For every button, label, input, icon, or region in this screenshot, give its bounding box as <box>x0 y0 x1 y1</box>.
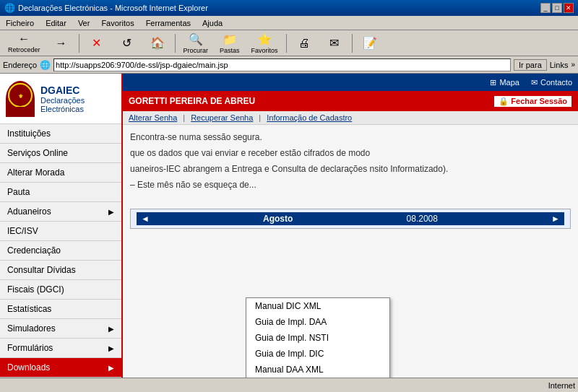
nav-item-pauta[interactable]: Pauta <box>0 183 121 202</box>
main-container: ⚜ DGAIEC Declarações Electrónicas Instit… <box>0 74 578 378</box>
go-button[interactable]: Ir para <box>514 59 547 71</box>
dropdown-item-manual-daa-xml[interactable]: Manual DAA XML <box>246 362 389 378</box>
title-bar-controls[interactable]: _ □ ✕ <box>540 3 574 13</box>
sub-nav-sep-1: | <box>183 113 185 122</box>
content-area: ⊞ Mapa ✉ Contacto GORETTI PEREIRA DE ABR… <box>123 74 578 378</box>
nav-item-simuladores[interactable]: Simuladores ▶ <box>0 319 121 339</box>
menu-ajuda[interactable]: Ajuda <box>197 17 228 29</box>
menu-ficheiro[interactable]: Ficheiro <box>0 17 40 29</box>
edit-button[interactable]: 📝 <box>355 32 384 55</box>
search-button[interactable]: 🔍 Procurar <box>178 32 214 55</box>
content-topbar: ⊞ Mapa ✉ Contacto <box>123 74 578 91</box>
logo-text: DGAIEC Declarações Electrónicas <box>40 84 85 113</box>
nav-item-instituicoes[interactable]: Instituições <box>0 124 121 144</box>
formularios-arrow-icon: ▶ <box>108 344 114 352</box>
address-bar: Endereço 🌐 Ir para Links » <box>0 56 578 74</box>
menu-ferramentas[interactable]: Ferramentas <box>140 17 197 29</box>
print-icon: 🖨 <box>298 37 310 50</box>
toolbar-sep-3 <box>286 34 287 53</box>
edit-icon: 📝 <box>363 36 377 50</box>
ssl-text: que os dados que vai enviar e receber es… <box>130 148 571 158</box>
menu-bar: Ficheiro Editar Ver Favoritos Ferramenta… <box>0 16 578 30</box>
dropdown-item-guia-impl-daa[interactable]: Guia de Impl. DAA <box>246 314 389 330</box>
menu-editar[interactable]: Editar <box>40 17 72 29</box>
forward-button[interactable]: → <box>47 32 76 55</box>
back-label: Retroceder <box>8 46 40 53</box>
logo-sub-2: Electrónicas <box>40 105 85 113</box>
change-password-link[interactable]: Alterar Senha <box>129 113 177 122</box>
home-button[interactable]: 🏠 <box>143 32 172 55</box>
links-arrow-icon: » <box>571 61 575 69</box>
nav-item-aduaneiros[interactable]: Aduaneiros ▶ <box>0 202 121 222</box>
nav-item-consultar-dividas[interactable]: Consultar Dívidas <box>0 261 121 280</box>
address-icon: 🌐 <box>40 60 51 70</box>
menu-ver[interactable]: Ver <box>72 17 96 29</box>
logo-area: ⚜ DGAIEC Declarações Electrónicas <box>0 74 121 124</box>
recover-password-link[interactable]: Recuperar Senha <box>191 113 253 122</box>
minimize-button[interactable]: _ <box>540 3 551 13</box>
address-input[interactable] <box>53 58 511 71</box>
svg-text:⚜: ⚜ <box>18 93 23 100</box>
registration-info-link[interactable]: Informação de Cadastro <box>267 113 352 122</box>
user-bar: GORETTI PEREIRA DE ABREU 🔒 Fechar Sessão <box>123 91 578 111</box>
stop-icon: ✕ <box>92 36 101 50</box>
home-icon: 🏠 <box>150 36 165 50</box>
close-button[interactable]: ✕ <box>564 3 574 13</box>
nav-item-alterar-morada[interactable]: Alterar Morada <box>0 163 121 183</box>
contact-icon: ✉ <box>531 78 538 87</box>
content-body: Encontra-se numa sessão segura. que os d… <box>123 125 578 203</box>
close-session-icon: 🔒 <box>499 97 509 105</box>
internet-zone: Internet <box>548 381 575 390</box>
mail-icon: ✉ <box>329 36 339 50</box>
status-bar: Internet <box>0 378 578 392</box>
reminder-text: – Este mês não se esqueça de... <box>130 180 571 190</box>
nav-item-estatisticas[interactable]: Estatísticas <box>0 300 121 319</box>
sidebar: ⚜ DGAIEC Declarações Electrónicas Instit… <box>0 74 123 378</box>
close-session-button[interactable]: 🔒 Fechar Sessão <box>493 95 572 108</box>
favorites-label: Favoritos <box>251 47 278 54</box>
nav-item-servicos-online[interactable]: Serviços Online <box>0 144 121 163</box>
favorites-icon: ⭐ <box>257 32 272 46</box>
dropdown-item-guia-impl-nsti[interactable]: Guia de Impl. NSTI <box>246 330 389 346</box>
folders-button[interactable]: 📁 Pastas <box>215 32 245 55</box>
title-bar-text: Declarações Electrónicas - Microsoft Int… <box>18 4 208 12</box>
calendar-prev-button[interactable]: ◄ <box>141 214 150 224</box>
calendar-header: ◄ Agosto 08.2008 ► <box>137 212 564 225</box>
nav-item-fiscais-dgci[interactable]: Fiscais (DGCI) <box>0 280 121 300</box>
nav-item-downloads[interactable]: Downloads ▶ <box>0 358 121 378</box>
back-icon: ← <box>18 32 30 45</box>
calendar-year: 08.2008 <box>407 214 438 224</box>
stop-button[interactable]: ✕ <box>82 32 111 55</box>
dropdown-menu: Manual DIC XML Guia de Impl. DAA Guia de… <box>246 297 390 378</box>
nav-item-credenciacao[interactable]: Credenciação <box>0 241 121 261</box>
calendar-next-button[interactable]: ► <box>551 214 560 224</box>
back-button[interactable]: ← Retroceder <box>3 32 46 55</box>
aduaneiros-arrow-icon: ▶ <box>108 208 114 216</box>
toolbar: ← Retroceder → ✕ ↺ 🏠 🔍 Procurar 📁 Pastas… <box>0 30 578 56</box>
favorites-button[interactable]: ⭐ Favoritos <box>246 32 283 55</box>
dropdown-item-manual-dic-xml[interactable]: Manual DIC XML <box>246 298 389 314</box>
title-bar-left: 🌐 Declarações Electrónicas - Microsoft I… <box>4 3 208 13</box>
map-link[interactable]: ⊞ Mapa <box>490 78 519 87</box>
folders-icon: 📁 <box>223 32 237 46</box>
nav-item-formularios[interactable]: Formulários ▶ <box>0 339 121 358</box>
maximize-button[interactable]: □ <box>552 3 562 13</box>
refresh-icon: ↺ <box>122 36 131 50</box>
mail-button[interactable]: ✉ <box>320 32 349 55</box>
services-text: uaneiros-IEC abrangem a Entrega e Consul… <box>130 164 571 174</box>
title-bar: 🌐 Declarações Electrónicas - Microsoft I… <box>0 0 578 16</box>
calendar-month: Agosto <box>263 214 293 224</box>
dropdown-item-guia-impl-dic[interactable]: Guia de Impl. DIC <box>246 346 389 362</box>
toolbar-sep-4 <box>352 34 353 53</box>
search-icon: 🔍 <box>189 32 203 46</box>
menu-favoritos[interactable]: Favoritos <box>95 17 139 29</box>
simuladores-arrow-icon: ▶ <box>108 325 114 333</box>
calendar-area: ◄ Agosto 08.2008 ► <box>130 209 571 229</box>
svg-rect-2 <box>14 107 26 116</box>
contact-link[interactable]: ✉ Contacto <box>531 78 572 87</box>
address-label: Endereço <box>3 61 37 69</box>
print-button[interactable]: 🖨 <box>290 32 319 55</box>
user-name: GORETTI PEREIRA DE ABREU <box>129 96 255 106</box>
refresh-button[interactable]: ↺ <box>113 32 142 55</box>
nav-item-iec-isv[interactable]: IEC/ISV <box>0 222 121 241</box>
